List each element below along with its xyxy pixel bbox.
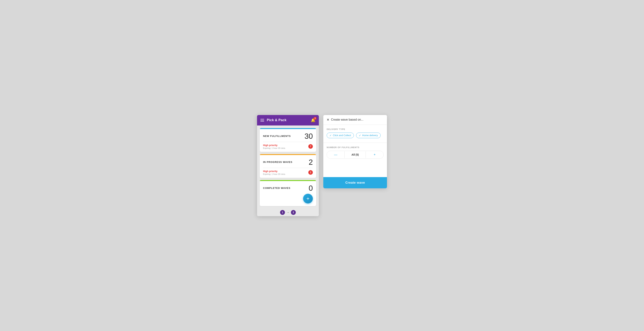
card-header-row: NEW FULFILLMENTS 30 <box>263 132 313 140</box>
card-divider-2 <box>263 168 313 168</box>
priority-label-2: High priority <box>263 170 285 173</box>
card-priority-row-2: High priority Expiring: 1 hour 20 mins 1 <box>263 170 313 175</box>
fulfillments-section: NUMBER OF FULFILLMENTS — All (5) + <box>327 146 384 159</box>
card-priority-info: High priority Expiring: 1 hour 20 mins <box>263 144 285 149</box>
card-inner-3: COMPLETED WAVES 0 + <box>260 181 316 206</box>
modal-header: ✕ Create wave based on... <box>323 115 387 125</box>
modal-title: Create wave based on... <box>331 118 363 121</box>
stepper-increase-button[interactable]: + <box>366 151 384 159</box>
card-divider <box>263 142 313 142</box>
fulfillments-label: NUMBER OF FULFILLMENTS <box>327 146 384 148</box>
priority-badge: 7 <box>308 144 313 149</box>
check-icon-collect: ✓ <box>330 134 332 137</box>
add-wave-fab[interactable]: + <box>303 194 313 203</box>
card-label-new-fulfillments: NEW FULFILLMENTS <box>263 135 291 137</box>
delivery-option-click-collect[interactable]: ✓ Click and Collect <box>327 133 354 138</box>
stepper-decrease-button[interactable]: — <box>327 151 344 159</box>
card-header-row-3: COMPLETED WAVES 0 <box>263 184 313 192</box>
completed-waves-card[interactable]: COMPLETED WAVES 0 + <box>260 180 316 206</box>
expiring-text: Expiring: 1 hour 20 mins <box>263 147 285 149</box>
card-count-new-fulfillments: 30 <box>304 132 313 140</box>
app-panel: Pick & Pack 🔔 3 NEW FULFILLMENTS 30 <box>257 115 319 216</box>
check-icon-home: ✓ <box>359 134 361 137</box>
expiring-text-2: Expiring: 1 hour 20 mins <box>263 173 285 175</box>
card-inner: NEW FULFILLMENTS 30 High priority Expiri… <box>260 129 316 152</box>
card-inner-2: IN PROGRESS WAVES 2 High priority Expiri… <box>260 155 316 178</box>
modal-body: DELIVERY TYPE ✓ Click and Collect ✓ Home… <box>323 125 387 177</box>
delivery-option-home-delivery[interactable]: ✓ Home delivery <box>356 133 380 138</box>
card-label-completed: COMPLETED WAVES <box>263 187 290 189</box>
notification-badge: 3 <box>314 117 316 120</box>
create-wave-modal: ✕ Create wave based on... DELIVERY TYPE … <box>323 115 387 188</box>
step-indicators: 1 → 2 <box>280 209 296 216</box>
notification-wrapper[interactable]: 🔔 3 <box>311 118 316 122</box>
app-header: Pick & Pack 🔔 3 <box>257 115 319 125</box>
fab-button-area: + <box>263 194 313 203</box>
cards-container: NEW FULFILLMENTS 30 High priority Expiri… <box>257 125 319 209</box>
modal-spacer <box>327 159 384 174</box>
card-label-in-progress: IN PROGRESS WAVES <box>263 161 292 163</box>
priority-label: High priority <box>263 144 285 147</box>
delivery-type-label: DELIVERY TYPE <box>327 128 384 130</box>
header-left: Pick & Pack <box>260 118 286 122</box>
hamburger-icon[interactable] <box>260 119 264 122</box>
card-priority-row: High priority Expiring: 1 hour 20 mins 7 <box>263 144 313 149</box>
modal-footer: Create wave <box>323 177 387 188</box>
stepper-value-display: All (5) <box>345 151 366 158</box>
delivery-options: ✓ Click and Collect ✓ Home delivery <box>327 133 384 138</box>
card-count-completed: 0 <box>309 184 313 192</box>
priority-badge-2: 1 <box>308 170 313 175</box>
delivery-option-label-collect: Click and Collect <box>333 134 351 137</box>
modal-close-icon[interactable]: ✕ <box>327 118 329 122</box>
card-priority-info-2: High priority Expiring: 1 hour 20 mins <box>263 170 285 175</box>
step-1-dot: 1 <box>280 210 285 215</box>
step-2-dot: 2 <box>291 210 296 215</box>
new-fulfillments-card[interactable]: NEW FULFILLMENTS 30 High priority Expiri… <box>260 128 316 152</box>
create-wave-button[interactable]: Create wave <box>323 177 387 188</box>
delivery-option-label-home: Home delivery <box>362 134 378 137</box>
card-header-row-2: IN PROGRESS WAVES 2 <box>263 158 313 166</box>
in-progress-waves-card[interactable]: IN PROGRESS WAVES 2 High priority Expiri… <box>260 154 316 178</box>
section-divider <box>323 143 387 143</box>
app-title: Pick & Pack <box>267 118 286 122</box>
card-count-in-progress: 2 <box>309 158 313 166</box>
fulfillments-stepper: — All (5) + <box>327 151 384 159</box>
step-arrow-icon: → <box>286 211 290 214</box>
